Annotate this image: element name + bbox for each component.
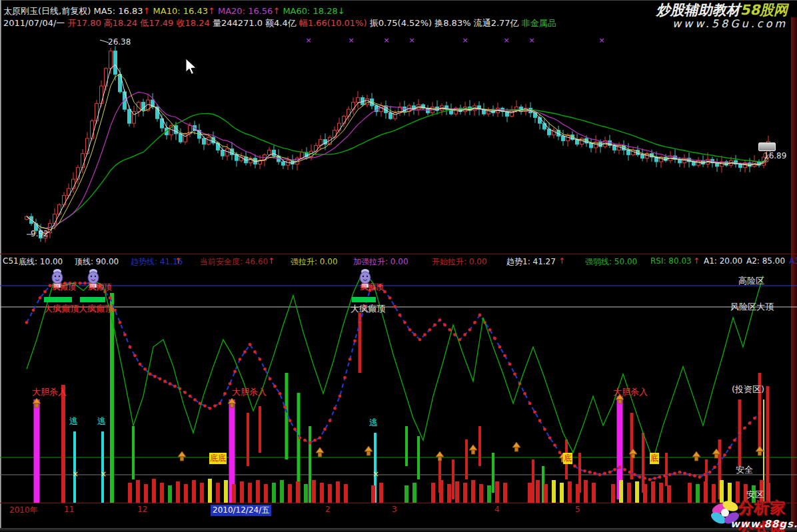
indicator-value: ↑	[693, 256, 700, 266]
indicator-value: 强拉升: 0.00	[291, 256, 338, 268]
panel-label: 安全	[736, 464, 753, 476]
indicator-panel-chart[interactable]: ×××	[0, 269, 797, 504]
indicator-value: 顶线: 90.00	[75, 256, 119, 268]
panel-label: 疯癫顶	[360, 282, 384, 293]
panel-label: 逃	[69, 415, 78, 427]
axis-label: 4	[494, 505, 500, 514]
svg-text:×: ×	[373, 469, 379, 479]
window-top-edge	[0, 0, 797, 1]
svg-text:×: ×	[305, 36, 311, 45]
site-watermark-top: 炒股辅助教材58股网 www.58Gu.com	[656, 2, 788, 31]
indicator-value: 趋势1: 41.27	[506, 256, 556, 268]
svg-text:×: ×	[100, 469, 107, 479]
indicator-header-row: C51底线: 10.00顶线: 90.00趋势线: 41.16↑当前安全度: 4…	[0, 256, 797, 268]
quote-header-segment: 非金属品	[522, 18, 556, 28]
axis-line	[0, 503, 797, 503]
watermark-url-bottom: www.88gs.com	[730, 518, 797, 530]
indicator-value: ↑	[175, 256, 181, 266]
svg-text:×: ×	[348, 36, 354, 45]
panel-label: 大胆杀入	[232, 386, 267, 398]
quote-header-segment: 高18.24	[104, 18, 140, 28]
indicator-value: 当前安全度: 46.60	[200, 256, 268, 268]
watermark-title: 炒股辅助教材58股网	[656, 2, 788, 18]
svg-text:×: ×	[503, 36, 509, 45]
window-bottom-edge	[0, 528, 797, 532]
quote-header-segment: ↓	[338, 6, 345, 16]
quote-header-segment: 收18.24	[177, 18, 213, 28]
indicator-value: 加强拉升: 0.00	[353, 256, 408, 268]
axis-label: 2	[325, 505, 331, 514]
panel-label: 逃	[97, 415, 106, 427]
quote-header-segment: 流通2.77亿	[474, 18, 522, 28]
quote-header-segment: MA5: 16.83	[93, 6, 143, 16]
quote-header-segment: 太原刚玉(日线,前复权)	[3, 6, 93, 16]
panel-label: 底	[650, 453, 659, 464]
quote-header-segment: ↑	[208, 6, 218, 16]
quote-header-segment: 开17.80	[67, 18, 103, 28]
panel-label: 高险区	[738, 275, 764, 287]
quote-header-segment: 2011/07/04/一	[3, 18, 67, 28]
price-label: 9.92	[31, 229, 49, 238]
svg-text:×: ×	[383, 36, 389, 45]
panel-label: 疯癫顶	[52, 282, 76, 293]
quote-header-segment: 幅1.66(10.01%)	[299, 18, 370, 28]
watermark-title-white: 炒股辅助教材	[656, 2, 740, 18]
panel-label: 大胆杀入	[32, 386, 67, 398]
price-label: 16.89	[764, 151, 786, 160]
axis-label: 12	[137, 505, 147, 514]
time-axis-row: 2010年11122010/12/24/五2345	[0, 504, 797, 516]
watermark-title-green: 58股网	[740, 2, 788, 18]
panel-label: 底底	[209, 453, 227, 464]
svg-text:×: ×	[598, 36, 604, 45]
quote-header-segment: 低17.49	[140, 18, 176, 28]
indicator-value: 强弱线: 50.00	[585, 256, 637, 268]
panel-label: (投资区)	[732, 384, 764, 396]
indicator-value: A3: 50.00	[789, 256, 797, 266]
watermark-url-top: www.58Gu.com	[656, 18, 788, 30]
quote-header-segment: 额4.4亿	[265, 18, 299, 28]
quote-header-segment: 量244271.0	[213, 18, 265, 28]
axis-label: 2010/12/24/五	[211, 505, 271, 516]
main-candlestick-chart[interactable]: ××××××××	[0, 31, 797, 253]
panel-label: 大疯癫顶大疯癫顶	[44, 303, 113, 315]
panel-label: 逃	[369, 417, 378, 429]
indicator-value: C51	[3, 256, 19, 266]
quote-header-segment: 换8.83%	[434, 18, 473, 28]
indicator-value: 底线: 10.00	[19, 256, 63, 268]
indicator-value: ↑	[558, 256, 565, 266]
panel-divider	[0, 254, 797, 254]
quote-header-line2: 2011/07/04/一 开17.80 高18.24 低17.49 收18.24…	[3, 17, 556, 29]
svg-text:×: ×	[408, 36, 414, 45]
scroll-thumb[interactable]	[758, 142, 776, 151]
svg-text:×: ×	[462, 36, 468, 45]
svg-text:×: ×	[528, 36, 534, 45]
indicator-value: A2: 85.00	[746, 256, 785, 266]
axis-label: 3	[392, 505, 397, 514]
quote-header-segment: ↑	[273, 6, 283, 16]
axis-label: 2010年	[9, 505, 38, 516]
quote-header-segment: MA60: 18.28	[283, 6, 337, 16]
quote-header-segment: MA20: 16.56	[218, 6, 273, 16]
indicator-value: 开始拉升: 0.00	[432, 256, 487, 268]
axis-label: 11	[64, 505, 74, 514]
indicator-value: RSI: 80.03	[650, 256, 692, 266]
quote-header-line1: 太原刚玉(日线,前复权) MA5: 16.83↑ MA10: 16.43↑ MA…	[3, 5, 345, 17]
panel-label: 大胆杀入	[613, 386, 648, 398]
indicator-value: A1: 20.00	[704, 256, 742, 266]
mouse-cursor	[185, 59, 197, 76]
price-label: 26.38	[108, 37, 131, 47]
panel-label: 疯癫顶	[88, 282, 112, 293]
panel-label: 风险区大顶	[730, 301, 774, 313]
stock-app-window: 太原刚玉(日线,前复权) MA5: 16.83↑ MA10: 16.43↑ MA…	[0, 0, 797, 532]
panel-label: 底	[563, 453, 572, 464]
svg-text:×: ×	[72, 469, 79, 479]
quote-header-segment: 振0.75(4.52%)	[370, 18, 435, 28]
indicator-value: ↑	[268, 256, 275, 266]
axis-label: 5	[575, 505, 580, 514]
quote-header-segment: ↑	[143, 6, 153, 16]
quote-header-segment: MA10: 16.43	[153, 6, 208, 16]
panel-label: 大疯癫顶	[351, 303, 385, 315]
